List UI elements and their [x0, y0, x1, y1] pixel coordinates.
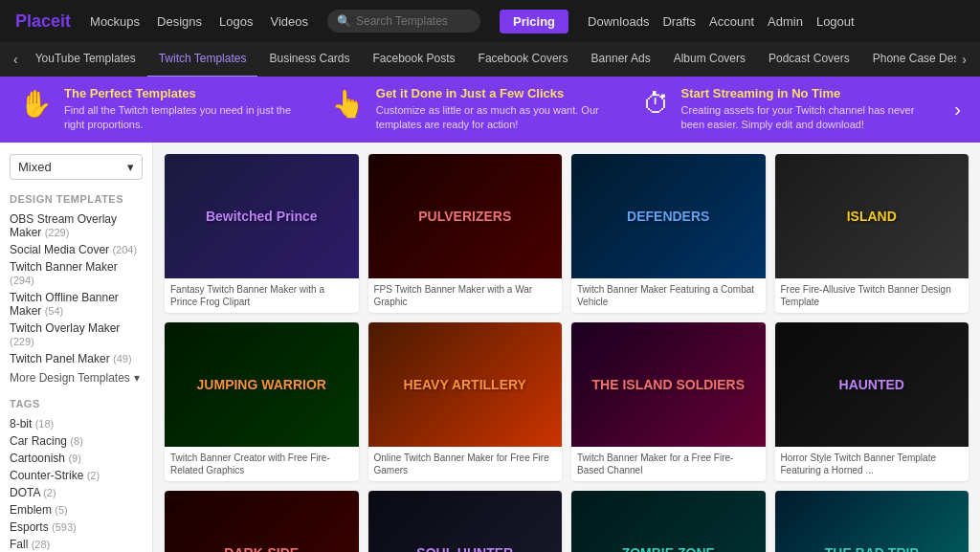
template-title-text: HAUNTED [775, 322, 969, 447]
main-nav-links: Mockups Designs Logos Videos [90, 14, 308, 29]
template-title-text: THE BAD TRIP [775, 491, 969, 552]
tag-link-8-bit[interactable]: 8-bit (18) [10, 415, 143, 432]
tag-count: (2) [87, 470, 100, 481]
tag-link-esports[interactable]: Esports (593) [10, 519, 143, 536]
nav-account[interactable]: Account [709, 14, 754, 29]
template-card[interactable]: PULVERIZERS FPS Twitch Banner Maker with… [368, 154, 563, 313]
template-title-text: JUMPING WARRIOR [165, 322, 359, 447]
design-templates-section: Design Templates OBS Stream Overlay Make… [10, 193, 143, 385]
template-title-text: ZOMBIE ZONE [571, 491, 766, 552]
sort-dropdown[interactable]: Mixed ▾ [10, 154, 143, 180]
design-link[interactable]: Twitch Overlay Maker (229) [10, 320, 143, 350]
sec-nav-item-facebook-covers[interactable]: Facebook Covers [467, 42, 580, 77]
template-label: Horror Style Twitch Banner Template Feat… [775, 447, 969, 481]
template-thumbnail: SOUL HUNTER [368, 491, 563, 552]
template-title-text: Bewitched Prince [165, 154, 359, 278]
search-bar-wrap: 🔍 [327, 10, 480, 33]
nav-drafts[interactable]: Drafts [662, 14, 696, 29]
sidebar: Mixed ▾ Design Templates OBS Stream Over… [0, 143, 153, 552]
template-card[interactable]: ZOMBIE ZONE Twitch Banner Maker for a Ho… [571, 491, 766, 552]
logo-it: it [60, 11, 71, 31]
tag-link-dota[interactable]: DOTA (2) [10, 484, 143, 501]
sec-nav-item-album-covers[interactable]: Album Covers [662, 42, 757, 77]
tag-links: 8-bit (18)Car Racing (8)Cartoonish (9)Co… [10, 415, 143, 552]
template-card[interactable]: HEAVY ARTILLERY Online Twitch Banner Mak… [368, 322, 563, 481]
nav-mockups[interactable]: Mockups [90, 14, 140, 29]
tag-count: (5) [55, 504, 67, 516]
secondary-nav: ‹ YouTube TemplatesTwitch TemplatesBusin… [0, 42, 980, 77]
template-card[interactable]: THE BAD TRIP Twitch Banner Generator for… [775, 491, 969, 552]
tag-link-emblem[interactable]: Emblem (5) [10, 501, 143, 519]
template-thumbnail: ZOMBIE ZONE [571, 491, 766, 552]
promo-next-arrow[interactable]: › [954, 99, 961, 121]
promo-item: 👆 Get it Done in Just a Few Clicks Custo… [331, 86, 605, 133]
template-label: Free Fire-Allusive Twitch Banner Design … [775, 278, 969, 313]
chevron-down-icon: ▾ [127, 160, 134, 174]
template-title-text: SOUL HUNTER [368, 491, 563, 552]
template-card[interactable]: SOUL HUNTER Horror Themed Twitch Banner … [368, 491, 563, 552]
template-thumbnail: ISLAND [775, 154, 969, 278]
sec-nav-item-phone-case-designs[interactable]: Phone Case Designs [861, 42, 957, 77]
template-card[interactable]: JUMPING WARRIOR Twitch Banner Creator wi… [165, 322, 359, 481]
nav-right-links: Downloads Drafts Account Admin Logout [588, 14, 855, 29]
design-link[interactable]: Twitch Banner Maker (294) [10, 258, 143, 289]
template-card[interactable]: HAUNTED Horror Style Twitch Banner Templ… [775, 322, 969, 481]
sec-nav-item-podcast-covers[interactable]: Podcast Covers [757, 42, 861, 77]
link-count: (294) [10, 275, 34, 286]
template-title-text: DEFENDERS [571, 154, 766, 278]
promo-desc: Customize as little or as much as you wa… [376, 103, 605, 133]
main-content: Mixed ▾ Design Templates OBS Stream Over… [0, 143, 980, 552]
sec-nav-item-business-cards[interactable]: Business Cards [257, 42, 361, 77]
tag-link-car-racing[interactable]: Car Racing (8) [10, 432, 143, 450]
template-grid: Bewitched Prince Fantasy Twitch Banner M… [165, 154, 969, 552]
template-label: Fantasy Twitch Banner Maker with a Princ… [165, 278, 359, 313]
tag-link-fall[interactable]: Fall (28) [10, 536, 143, 552]
link-count: (229) [45, 227, 70, 238]
nav-videos[interactable]: Videos [270, 14, 308, 29]
template-card[interactable]: ISLAND Free Fire-Allusive Twitch Banner … [775, 154, 969, 313]
tag-count: (18) [35, 418, 55, 430]
promo-text: The Perfect Templates Find all the Twitc… [64, 86, 293, 133]
template-title-text: DARK-SIDE [165, 491, 359, 552]
tag-link-cartoonish[interactable]: Cartoonish (9) [10, 450, 143, 467]
sec-nav-item-twitch-templates[interactable]: Twitch Templates [147, 42, 258, 77]
template-card[interactable]: DARK-SIDE Twitch Banner Template for Hor… [165, 491, 359, 552]
sort-dropdown-label: Mixed [18, 160, 52, 174]
design-link[interactable]: Twitch Panel Maker (49) [10, 350, 143, 367]
sec-nav-items: YouTube TemplatesTwitch TemplatesBusines… [24, 42, 957, 77]
template-card[interactable]: DEFENDERS Twitch Banner Maker Featuring … [571, 154, 766, 313]
design-link[interactable]: Social Media Cover (204) [10, 241, 143, 258]
promo-title: Start Streaming in No Time [681, 86, 917, 100]
template-grid-area: Bewitched Prince Fantasy Twitch Banner M… [153, 143, 980, 552]
sec-nav-left-arrow[interactable]: ‹ [8, 52, 24, 67]
template-title-text: ISLAND [775, 154, 969, 278]
template-thumbnail: JUMPING WARRIOR [165, 322, 359, 447]
design-link[interactable]: OBS Stream Overlay Maker (229) [10, 210, 143, 241]
sec-nav-item-banner-ads[interactable]: Banner Ads [580, 42, 662, 77]
link-count: (49) [113, 353, 132, 364]
promo-icon: 👆 [331, 86, 365, 120]
design-link[interactable]: Twitch Offline Banner Maker (54) [10, 289, 143, 320]
template-card[interactable]: Bewitched Prince Fantasy Twitch Banner M… [165, 154, 359, 313]
template-label: Online Twitch Banner Maker for Free Fire… [368, 447, 563, 481]
template-thumbnail: HAUNTED [775, 322, 969, 447]
nav-logout[interactable]: Logout [816, 14, 855, 29]
sec-nav-right-arrow[interactable]: › [956, 52, 972, 67]
tag-count: (593) [52, 521, 77, 533]
tag-link-counter-strike[interactable]: Counter-Strike (2) [10, 467, 143, 484]
top-nav: Placeit Mockups Designs Logos Videos 🔍 P… [0, 0, 980, 42]
design-links: OBS Stream Overlay Maker (229)Social Med… [10, 210, 143, 367]
template-title-text: THE ISLAND SOLDIERS [571, 322, 766, 447]
nav-logos[interactable]: Logos [219, 14, 253, 29]
promo-item: ⏱ Start Streaming in No Time Creating as… [643, 86, 917, 133]
nav-downloads[interactable]: Downloads [588, 14, 649, 29]
promo-text: Get it Done in Just a Few Clicks Customi… [376, 86, 605, 133]
promo-desc: Creating assets for your Twitch channel … [681, 103, 917, 133]
sec-nav-item-facebook-posts[interactable]: Facebook Posts [362, 42, 467, 77]
sec-nav-item-youtube-templates[interactable]: YouTube Templates [24, 42, 147, 77]
more-templates-btn[interactable]: More Design Templates ▾ [10, 371, 143, 385]
pricing-button[interactable]: Pricing [500, 10, 568, 33]
nav-admin[interactable]: Admin [768, 14, 803, 29]
nav-designs[interactable]: Designs [157, 14, 202, 29]
template-card[interactable]: THE ISLAND SOLDIERS Twitch Banner Maker … [571, 322, 766, 481]
